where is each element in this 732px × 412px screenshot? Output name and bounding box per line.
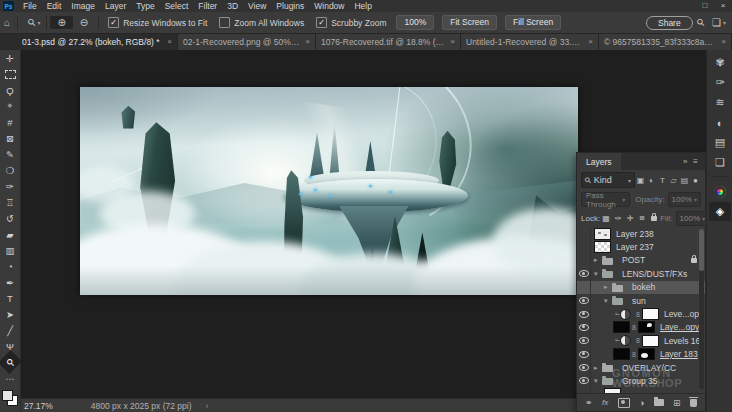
options-checkbox[interactable]: ✓ Resize Windows to Fit <box>108 17 207 28</box>
blend-mode-select[interactable]: Pass Through ▾ <box>581 192 630 207</box>
layer-row[interactable]: ¬ 8 LENS/DUST/FXs <box>577 267 705 280</box>
share-button[interactable]: Share <box>646 16 693 30</box>
brush-settings-icon[interactable]: ✑ <box>709 73 731 92</box>
layer-row[interactable]: ¬ 8 Laye...opy <box>577 321 705 334</box>
filter-type-icon[interactable]: T <box>657 176 668 185</box>
lock-pixels-icon[interactable]: ✑ <box>612 214 624 223</box>
zoom-out-button[interactable]: ⊖ <box>73 16 95 29</box>
color-panel-icon[interactable]: ✾ <box>709 53 731 72</box>
zoom-tool-preset[interactable]: ⚲ ▾ <box>21 16 43 29</box>
layer-row[interactable]: ¬ 8 bokeh <box>577 281 705 294</box>
layer-row[interactable]: ¬ 8 <box>577 388 705 393</box>
gradient-tool[interactable]: ▥ <box>1 242 19 258</box>
lock-position-icon[interactable]: ✛ <box>624 214 636 223</box>
visibility-toggle[interactable] <box>577 307 591 320</box>
filter-smartobject-icon[interactable]: ▤ <box>679 176 690 185</box>
layers-dock-icon[interactable]: ◈ <box>709 202 731 221</box>
home-icon[interactable]: ⌂ <box>0 17 14 28</box>
document-canvas[interactable] <box>80 87 578 295</box>
layer-row[interactable]: ¬ 8 Levels 16 <box>577 334 705 347</box>
layer-mask-icon[interactable] <box>618 398 630 408</box>
visibility-toggle[interactable] <box>577 281 591 294</box>
visibility-toggle[interactable] <box>577 267 591 280</box>
layer-name[interactable]: Layer 237 <box>616 242 705 252</box>
expand-chevron-icon[interactable] <box>594 377 602 385</box>
line-tool[interactable]: ╱ <box>1 322 19 338</box>
lock-artboard-icon[interactable]: ⧈ <box>636 213 648 223</box>
link-layers-icon[interactable]: ⚭ <box>585 398 593 408</box>
filter-shape-icon[interactable]: ▱ <box>668 176 679 185</box>
menu-item[interactable]: Filter <box>193 0 222 12</box>
visibility-toggle[interactable] <box>577 227 591 240</box>
layer-name[interactable]: bokeh <box>632 282 705 292</box>
layer-thumbnail[interactable] <box>613 321 630 333</box>
brush-tool[interactable]: ✑ <box>1 178 19 194</box>
dodge-tool[interactable]: ◔ <box>1 258 19 274</box>
menu-item[interactable]: Plugins <box>271 0 309 12</box>
close-tab-icon[interactable]: × <box>721 37 726 46</box>
menu-item[interactable]: Edit <box>42 0 67 12</box>
mask-thumbnail[interactable] <box>642 335 659 347</box>
visibility-toggle[interactable] <box>577 240 591 253</box>
layer-row[interactable]: ¬ 8 sun <box>577 294 705 307</box>
mask-thumbnail[interactable] <box>642 308 659 320</box>
close-window-icon[interactable]: × <box>714 0 732 12</box>
panel-menu-icon[interactable]: ≡ <box>690 157 701 166</box>
mask-thumbnail[interactable] <box>638 348 655 360</box>
eyedropper-tool[interactable]: ✎ <box>1 146 19 162</box>
layer-thumbnail[interactable] <box>594 228 611 240</box>
clone-stamp-tool[interactable]: ♖ <box>1 194 19 210</box>
restore-window-icon[interactable]: □ <box>696 0 714 12</box>
color-wheel-icon[interactable] <box>709 182 731 201</box>
menu-item[interactable]: Select <box>160 0 194 12</box>
adjustments-panel-icon[interactable]: ◐ <box>709 113 731 132</box>
move-tool[interactable]: ✛ <box>1 50 19 66</box>
zoom-preset-button[interactable]: 100% <box>396 15 434 30</box>
type-tool[interactable]: T <box>1 290 19 306</box>
fill-field[interactable]: 100% ▾ <box>676 211 709 226</box>
zoom-preset-button[interactable]: Fit Screen <box>442 15 497 30</box>
healing-brush-tool[interactable]: ❍ <box>1 162 19 178</box>
layer-row[interactable]: ¬ 8 OVERLAY/CC <box>577 361 705 374</box>
lasso-tool[interactable]: Ϙ <box>1 82 19 98</box>
crop-tool[interactable]: # <box>1 114 19 130</box>
path-selection-tool[interactable]: ➤ <box>1 306 19 322</box>
layer-row[interactable]: ¬ 8 Group 35 <box>577 374 705 387</box>
menu-item[interactable]: Window <box>309 0 349 12</box>
layer-effects-icon[interactable]: fx <box>602 398 608 407</box>
visibility-toggle[interactable] <box>577 321 591 334</box>
lock-all-icon[interactable] <box>648 214 660 223</box>
layer-name[interactable]: Layer 238 <box>616 229 705 239</box>
layer-row[interactable]: ¬ 8 Layer 238 <box>577 227 705 240</box>
visibility-toggle[interactable] <box>577 361 591 374</box>
mask-thumbnail[interactable] <box>638 321 655 333</box>
expand-chevron-icon[interactable] <box>594 364 602 372</box>
foreground-color-swatch[interactable] <box>2 390 13 401</box>
menu-item[interactable]: Help <box>349 0 376 12</box>
close-tab-icon[interactable]: × <box>588 37 593 46</box>
search-icon[interactable]: ⚲ <box>691 13 710 32</box>
expand-chevron-icon[interactable] <box>604 283 612 291</box>
frame-tool[interactable]: ⊠ <box>1 130 19 146</box>
filter-toggle-icon[interactable]: ● <box>690 176 701 185</box>
layer-thumbnail[interactable] <box>613 348 630 360</box>
document-tab[interactable]: 1076-Recovered.tif @ 18.8% (Layer 6... × <box>316 33 461 50</box>
document-tab[interactable]: © 9657581335_83f333c8a4_o.jpg @... × <box>599 33 732 50</box>
layer-name[interactable]: LENS/DUST/FXs <box>622 269 705 279</box>
adjustment-layer-icon[interactable]: ◑ <box>639 398 644 408</box>
layer-row[interactable]: ¬ 8 Layer 183 <box>577 348 705 361</box>
menu-item[interactable]: Type <box>131 0 159 12</box>
menu-item[interactable]: File <box>18 0 42 12</box>
pen-tool[interactable]: ✒ <box>1 274 19 290</box>
layers-scrollbar-thumb[interactable] <box>699 229 704 271</box>
zoom-in-button[interactable]: ⊕ <box>50 16 72 29</box>
options-checkbox[interactable]: ✓ Zoom All Windows <box>219 17 304 28</box>
marquee-tool[interactable] <box>1 66 19 82</box>
close-tab-icon[interactable]: × <box>167 37 172 46</box>
document-tab[interactable]: 02-1-Recovered.png @ 50% (RGB/... × <box>178 33 316 50</box>
libraries-panel-icon[interactable]: ▤ <box>709 133 731 152</box>
layer-name[interactable]: POST <box>622 255 691 265</box>
color-swatches[interactable] <box>2 390 18 406</box>
menu-item[interactable]: 3D <box>222 0 243 12</box>
layer-thumbnail[interactable] <box>594 241 611 253</box>
